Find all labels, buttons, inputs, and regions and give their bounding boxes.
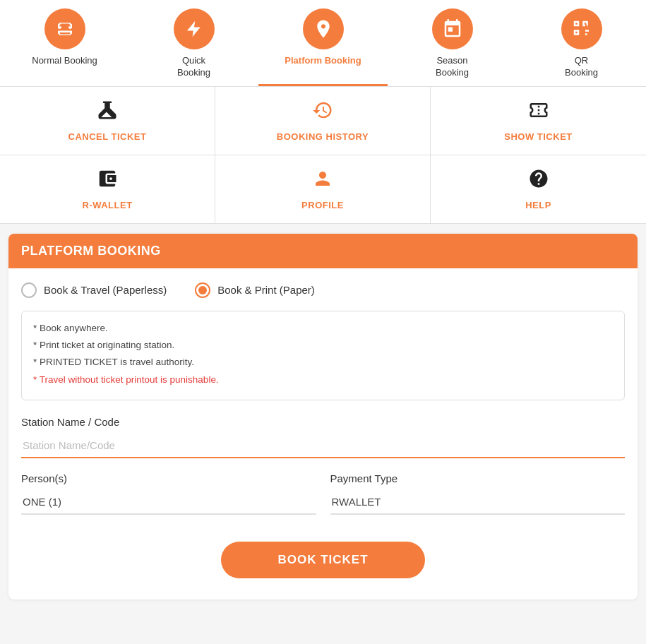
persons-value[interactable]: ONE (1) [21, 490, 316, 515]
form-body: Book & Travel (Paperless) Book & Print (… [8, 268, 638, 600]
info-line-warning: * Travel without ticket printout is puni… [33, 373, 613, 387]
booking-history-action[interactable]: BOOKING HISTORY [215, 87, 431, 155]
booking-history-icon [311, 100, 335, 126]
book-ticket-button[interactable]: BOOK TICKET [221, 542, 424, 578]
season-booking-icon [432, 8, 473, 49]
show-ticket-label: SHOW TICKET [504, 131, 573, 142]
quick-booking-label: QuickBooking [177, 55, 210, 79]
radio-paper[interactable]: Book & Print (Paper) [195, 282, 315, 298]
radio-paperless-circle [21, 282, 37, 298]
radio-paperless[interactable]: Book & Travel (Paperless) [21, 282, 167, 298]
nav-qr-booking[interactable]: QRBooking [517, 0, 646, 86]
help-action[interactable]: HELP [431, 155, 646, 223]
booking-history-label: BOOKING HISTORY [277, 131, 369, 142]
platform-booking-label: Platform Booking [285, 55, 361, 67]
profile-action[interactable]: PROFILE [215, 155, 431, 223]
station-field-group: Station Name / Code [21, 416, 625, 458]
top-nav: Normal Booking QuickBooking Platform Boo… [0, 0, 646, 87]
two-col-row: Person(s) ONE (1) Payment Type RWALLET [21, 472, 625, 515]
station-input[interactable] [21, 434, 625, 458]
r-wallet-action[interactable]: R-WALLET [0, 155, 215, 223]
payment-value[interactable]: RWALLET [330, 490, 626, 515]
info-line-1: * Book anywhere. [33, 321, 613, 335]
radio-paper-inner [198, 286, 207, 294]
platform-booking-icon [303, 8, 344, 49]
radio-paper-circle [195, 282, 210, 298]
qr-booking-label: QRBooking [565, 55, 598, 79]
normal-booking-label: Normal Booking [32, 55, 97, 67]
info-line-2: * Print ticket at originating station. [33, 338, 613, 352]
show-ticket-action[interactable]: SHOW TICKET [431, 87, 646, 155]
r-wallet-icon [95, 168, 119, 194]
qr-booking-icon [561, 8, 602, 49]
radio-paperless-label: Book & Travel (Paperless) [44, 284, 167, 296]
quick-booking-icon [174, 8, 215, 49]
nav-normal-booking[interactable]: Normal Booking [0, 0, 129, 86]
profile-icon [311, 168, 335, 194]
nav-season-booking[interactable]: SeasonBooking [388, 0, 517, 86]
quick-actions-grid: CANCEL TICKET BOOKING HISTORY SHOW TICKE… [0, 87, 646, 224]
form-title: PLATFORM BOOKING [21, 244, 161, 258]
info-box: * Book anywhere. * Print ticket at origi… [21, 311, 625, 400]
season-booking-label: SeasonBooking [436, 55, 469, 79]
payment-label: Payment Type [330, 472, 626, 484]
persons-label: Person(s) [21, 472, 316, 484]
info-line-3: * PRINTED TICKET is travel authority. [33, 355, 613, 369]
cancel-ticket-label: CANCEL TICKET [68, 131, 147, 142]
nav-platform-booking[interactable]: Platform Booking [258, 0, 388, 86]
help-icon [527, 168, 551, 194]
nav-quick-booking[interactable]: QuickBooking [129, 0, 258, 86]
form-header: PLATFORM BOOKING [8, 234, 638, 268]
show-ticket-icon [527, 100, 551, 126]
radio-paper-label: Book & Print (Paper) [217, 284, 315, 296]
payment-col: Payment Type RWALLET [330, 472, 626, 515]
persons-col: Person(s) ONE (1) [21, 472, 316, 515]
cancel-ticket-action[interactable]: CANCEL TICKET [0, 87, 215, 155]
platform-booking-form: PLATFORM BOOKING Book & Travel (Paperles… [8, 234, 638, 600]
cancel-ticket-icon [95, 100, 119, 126]
radio-row: Book & Travel (Paperless) Book & Print (… [21, 282, 625, 298]
profile-label: PROFILE [301, 200, 344, 210]
station-label: Station Name / Code [21, 416, 625, 428]
book-button-wrap: BOOK TICKET [21, 529, 625, 585]
help-label: HELP [525, 200, 551, 210]
r-wallet-label: R-WALLET [82, 200, 132, 210]
normal-booking-icon [44, 8, 85, 49]
